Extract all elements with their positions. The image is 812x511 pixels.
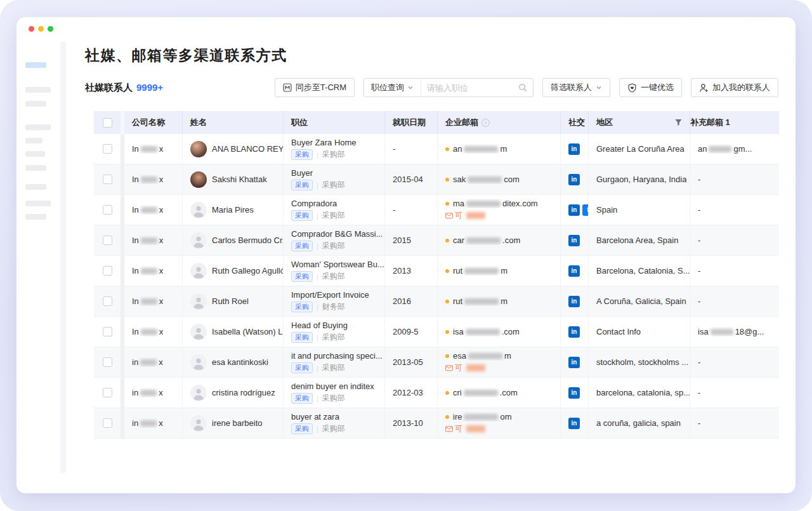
minimize-button[interactable] <box>38 26 44 32</box>
procurement-tag: 采购 <box>291 210 313 221</box>
avatar <box>190 354 207 371</box>
job-title: Buyer <box>291 168 313 178</box>
row-checkbox[interactable] <box>103 205 112 215</box>
department-label: 采购部 <box>322 362 345 373</box>
contacts-label: 社媒联系人 <box>85 82 133 93</box>
region-cell: Gurgaon, Haryana, India <box>589 164 690 194</box>
name-cell: Sakshi Khattak <box>183 164 284 194</box>
avatar <box>190 141 207 157</box>
person-icon <box>190 415 207 432</box>
row-checkbox[interactable] <box>103 418 112 428</box>
info-circle-icon[interactable]: i <box>481 119 490 127</box>
company-cell: inx <box>124 347 183 377</box>
linkedin-icon[interactable]: in <box>568 235 580 246</box>
row-checkbox[interactable] <box>103 236 112 245</box>
department-label: 采购部 <box>322 393 345 404</box>
linkedin-icon[interactable]: in <box>568 326 580 338</box>
linkedin-icon[interactable]: in <box>568 387 580 399</box>
linkedin-icon[interactable]: in <box>568 265 580 277</box>
sidebar-skeleton-item <box>25 138 43 143</box>
facebook-icon[interactable]: f <box>582 204 589 216</box>
company-cell: Inx <box>124 225 183 255</box>
linkedin-icon[interactable]: in <box>568 418 580 429</box>
job-search-input[interactable] <box>427 83 518 93</box>
envelope-icon <box>445 365 453 371</box>
contact-name[interactable]: Sakshi Khattak <box>212 175 267 184</box>
row-checkbox[interactable] <box>103 175 112 184</box>
name-cell: cristina rodríguez <box>183 378 284 408</box>
email-status-dot <box>445 239 449 242</box>
blurred-text <box>464 390 498 396</box>
table-row: Inx Sakshi Khattak Buyer 采购 | 采购部 2015-0… <box>94 164 779 195</box>
extra-email-cell: - <box>690 347 779 377</box>
table-row: Inx Carlos Bermudo Cr... Comprador B&G M… <box>94 225 779 256</box>
contact-name[interactable]: Ruth Roel <box>212 296 249 306</box>
envelope-icon <box>445 426 453 432</box>
page-title: 社媒、邮箱等多渠道联系方式 <box>85 46 287 65</box>
company-name: Inx <box>132 296 163 306</box>
linkedin-icon[interactable]: in <box>568 174 580 185</box>
maximize-button[interactable] <box>48 26 53 32</box>
funnel-icon[interactable] <box>674 118 683 126</box>
job-query-select[interactable]: 职位查询 <box>364 79 421 96</box>
contact-name[interactable]: Maria Pires <box>212 205 254 215</box>
row-checkbox[interactable] <box>103 388 112 397</box>
close-button[interactable] <box>29 26 34 32</box>
blurred-text <box>464 414 498 420</box>
email-status-dot <box>445 330 449 334</box>
linkedin-icon[interactable]: in <box>568 143 580 155</box>
blurred-text <box>141 237 157 244</box>
row-checkbox[interactable] <box>103 144 112 154</box>
contact-name[interactable]: cristina rodríguez <box>212 388 275 397</box>
procurement-tag: 采购 <box>291 180 313 190</box>
region-cell: Contact Info <box>589 317 690 347</box>
sync-tcrm-button[interactable]: 同步至T-CRM <box>275 78 355 97</box>
add-to-my-contacts-button[interactable]: 加入我的联系人 <box>691 78 778 97</box>
tag-divider: | <box>317 273 318 281</box>
social-cell: in <box>561 378 589 408</box>
company-cell: Inx <box>124 256 183 286</box>
select-all-checkbox[interactable] <box>103 118 112 128</box>
linkedin-icon[interactable]: in <box>568 357 580 368</box>
sidebar-skeleton-item <box>25 165 46 171</box>
contact-name[interactable]: Carlos Bermudo Cr... <box>212 236 283 245</box>
email-status-dot <box>445 202 449 206</box>
one-click-optimize-button[interactable]: 一键优选 <box>619 78 682 97</box>
email-cell: cri.com <box>438 378 561 408</box>
contact-name[interactable]: Isabella (Watson) L... <box>212 327 283 336</box>
search-icon[interactable] <box>518 83 527 92</box>
table-row: inx esa kantinkoski it and purchasing sp… <box>94 347 779 378</box>
row-checkbox[interactable] <box>103 327 112 336</box>
region-text: barcelona, catalonia, sp... <box>596 388 690 397</box>
contact-name[interactable]: Ruth Gallego Agulló <box>212 266 283 275</box>
row-checkbox[interactable] <box>103 357 112 367</box>
column-header-position: 职位 <box>284 111 385 134</box>
job-title: Buyer Zara Home <box>291 138 357 147</box>
filter-contacts-button[interactable]: 筛选联系人 <box>542 78 610 97</box>
row-checkbox-cell <box>94 164 121 194</box>
contact-name[interactable]: esa kantinkoski <box>212 357 268 367</box>
region-cell: Greater La Coruña Area <box>589 134 690 164</box>
position-cell: Comprador B&G Massi... 采购 | 采购部 <box>284 225 385 255</box>
linkedin-icon[interactable]: in <box>568 296 580 307</box>
email-address: isa.com <box>453 327 520 336</box>
app-frame: 社媒、邮箱等多渠道联系方式 社媒联系人9999+ 同步至T-CRM 职位查询 <box>0 0 812 511</box>
tag-divider: | <box>317 425 318 433</box>
row-checkbox[interactable] <box>103 266 112 275</box>
email-cell: ireom 可 <box>438 408 561 438</box>
procurement-tag: 采购 <box>291 362 313 373</box>
blurred-text <box>466 212 485 219</box>
row-checkbox[interactable] <box>103 296 112 306</box>
linkedin-icon[interactable]: in <box>568 204 580 216</box>
region-cell: stockholm, stockholms ... <box>589 347 690 377</box>
blurred-text <box>141 207 157 213</box>
sidebar-skeleton-item <box>25 184 46 190</box>
contact-name[interactable]: ANA BLANCO REY <box>212 144 283 154</box>
region-text: Spain <box>596 205 617 215</box>
email-cell: esam 可 <box>438 347 561 377</box>
row-checkbox-cell <box>94 256 121 286</box>
deliverable-badge: 可 <box>445 362 487 373</box>
name-cell: ANA BLANCO REY <box>183 134 284 164</box>
contact-name[interactable]: irene barbeito <box>212 418 263 428</box>
deliverable-label: 可 <box>455 423 462 434</box>
